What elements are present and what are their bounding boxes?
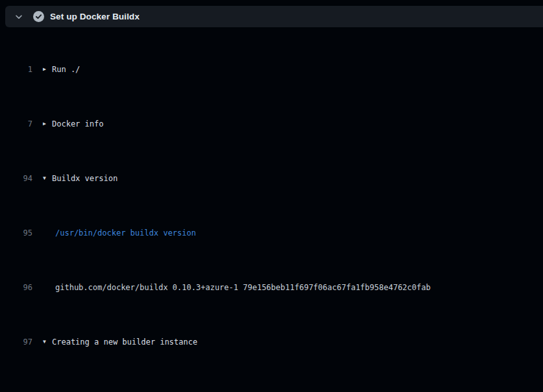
line-number[interactable]: 7 [0,117,32,131]
step-header[interactable]: Set up Docker Buildx [5,6,543,27]
log-text: github.com/docker/buildx 0.10.3+azure-1 … [43,281,431,295]
line-number[interactable]: 96 [0,281,32,295]
group-label: Creating a new builder instance [52,336,197,349]
group-label: Run ./ [52,63,80,77]
step-title: Set up Docker Buildx [50,12,140,21]
disclosure-triangle-icon[interactable]: ▶ [43,63,52,76]
line-number[interactable]: 94 [0,172,32,186]
group-label: Buildx version [52,172,118,186]
line-number[interactable]: 1 [0,63,32,77]
check-circle-icon [33,11,44,22]
log-group-line[interactable]: 1 ▶ Run ./ [0,63,543,77]
log-group-line[interactable]: 7 ▶ Docker info [0,117,543,131]
disclosure-triangle-icon[interactable]: ▼ [43,336,52,349]
log-group-line[interactable]: 97 ▼ Creating a new builder instance [0,336,543,349]
log-line: 96 github.com/docker/buildx 0.10.3+azure… [0,281,543,295]
disclosure-triangle-icon[interactable]: ▼ [43,172,52,185]
log-viewer: 1 ▶ Run ./ 7 ▶ Docker info 94 ▼ Buildx v… [0,36,543,392]
line-number[interactable]: 97 [0,336,32,349]
log-group-line[interactable]: 94 ▼ Buildx version [0,172,543,186]
disclosure-triangle-icon[interactable]: ▶ [43,117,52,130]
line-number[interactable]: 95 [0,227,32,240]
group-label: Docker info [52,117,103,131]
chevron-down-icon[interactable] [14,12,24,22]
log-text: /usr/bin/docker buildx version [43,227,196,240]
log-line: 95 /usr/bin/docker buildx version [0,227,543,240]
